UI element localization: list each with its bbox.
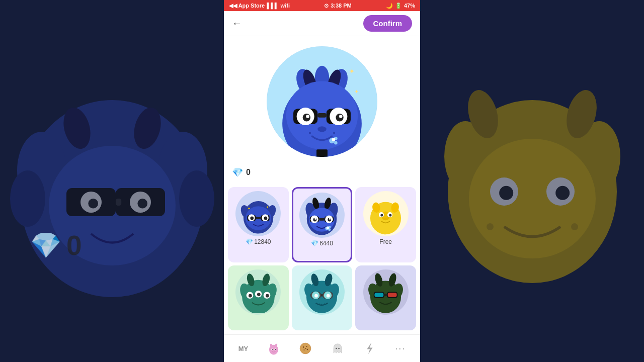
svg-point-39 (333, 132, 335, 134)
avatar-monster-5 (300, 270, 343, 313)
tab-ghost[interactable] (331, 342, 344, 355)
phone-container: ◀ ◀ App Store ▌▌▌ wifi ⊙ 3:38 PM 🌙 🔋 47%… (224, 0, 420, 362)
wifi-icon: wifi (281, 3, 290, 9)
svg-point-141 (306, 346, 307, 347)
avatar-item-2[interactable]: 💎 6440 (292, 187, 353, 262)
tab-my-label: MY (238, 345, 249, 352)
avatar-price-2: 💎 6440 (311, 240, 333, 247)
avatar-monster-2 (300, 194, 343, 237)
svg-point-13 (88, 199, 98, 209)
svg-point-103 (257, 293, 261, 296)
tab-cookie[interactable] (299, 342, 312, 355)
avatar-monster-6 (364, 270, 407, 313)
bg-zero: 0 (66, 229, 82, 261)
svg-point-145 (336, 348, 337, 349)
tab-lightning[interactable] (363, 342, 376, 355)
svg-marker-45 (319, 155, 325, 157)
nav-bar: ← Confirm (224, 11, 420, 36)
avatar-price-1: 💎 12840 (246, 238, 271, 245)
svg-point-91 (380, 214, 383, 216)
main-avatar-display: ✦ ✦ ✦ ✦ · (267, 46, 377, 157)
svg-text:✦: ✦ (354, 88, 359, 95)
svg-point-4 (179, 170, 214, 227)
avatar-item-4[interactable] (228, 265, 289, 331)
confirm-button[interactable]: Confirm (363, 15, 413, 32)
avatar-img-5 (299, 269, 345, 315)
tab-my[interactable]: MY (238, 345, 249, 352)
tab-more[interactable]: ··· (395, 343, 406, 354)
svg-point-42 (334, 141, 338, 145)
avatar-img-3 (363, 191, 409, 236)
svg-point-137 (272, 349, 273, 350)
avatar-item-1[interactable]: ✦ ✦ · (228, 187, 289, 262)
clock-symbol: ⊙ (324, 3, 329, 9)
bg-left-panel: 💎 0 (0, 0, 224, 362)
avatar-monster-3 (364, 193, 407, 235)
avatar-grid[interactable]: ✦ ✦ · (224, 183, 420, 334)
svg-point-146 (338, 348, 340, 349)
avatar-monster-1: ✦ ✦ · (237, 193, 280, 235)
svg-point-77 (315, 218, 316, 219)
status-left: ◀ ◀ App Store ▌▌▌ wifi (229, 3, 290, 9)
moon-icon: 🌙 (386, 3, 393, 9)
svg-point-37 (317, 126, 327, 132)
svg-point-153 (469, 139, 596, 258)
diamond-icon: 💎 (232, 167, 243, 178)
tab-monster[interactable] (267, 342, 280, 355)
battery-percent: 47% (404, 3, 415, 9)
avatar-img-2 (299, 193, 345, 238)
status-right: 🌙 🔋 47% (386, 3, 415, 9)
avatar-item-5[interactable] (292, 265, 353, 331)
price-icon-1: 💎 (246, 238, 253, 245)
back-button[interactable]: ← (232, 18, 242, 29)
svg-rect-113 (321, 294, 323, 297)
svg-text:✦: ✦ (266, 205, 269, 208)
avatar-img-6 (363, 269, 409, 315)
svg-point-140 (303, 346, 304, 348)
svg-point-38 (309, 132, 311, 134)
svg-rect-30 (317, 113, 327, 118)
svg-point-104 (266, 294, 269, 298)
svg-point-157 (555, 186, 570, 200)
tab-cookie-icon (299, 342, 312, 355)
bg-right-panel (420, 0, 644, 362)
tab-lightning-icon (363, 342, 376, 355)
bg-gem-display: 💎 0 (30, 229, 82, 261)
svg-point-35 (306, 115, 309, 118)
time-display: 3:38 PM (331, 3, 352, 9)
avatar-item-6[interactable] (355, 265, 416, 331)
currency-row: 💎 0 (224, 162, 420, 183)
svg-rect-131 (388, 293, 397, 297)
app-store-label: ◀ App Store (233, 3, 265, 9)
svg-point-43 (332, 138, 336, 141)
svg-point-92 (389, 214, 391, 216)
svg-rect-56 (256, 217, 261, 219)
bg-monster-left (7, 55, 218, 307)
price-value-2: 6440 (319, 240, 333, 247)
svg-point-144 (305, 348, 306, 349)
svg-point-142 (307, 349, 308, 350)
avatar-item-3[interactable]: Free (355, 187, 416, 262)
svg-rect-72 (319, 218, 325, 220)
svg-rect-130 (375, 293, 384, 297)
svg-point-116 (315, 294, 318, 298)
price-value-1: 12840 (254, 238, 271, 245)
main-avatar-section: ✦ ✦ ✦ ✦ · (224, 36, 420, 162)
bg-monster-right (427, 55, 638, 307)
avatar-monster-4 (237, 270, 280, 313)
tab-more-dots: ··· (395, 343, 406, 354)
svg-point-158 (487, 223, 494, 230)
svg-point-3 (10, 170, 45, 227)
svg-rect-10 (116, 199, 121, 206)
svg-point-36 (339, 115, 343, 118)
svg-point-159 (571, 223, 578, 230)
tab-monster-icon (267, 342, 280, 355)
currency-count: 0 (246, 168, 251, 177)
svg-point-14 (137, 199, 147, 209)
bg-gem-icon: 💎 (30, 231, 61, 260)
svg-marker-147 (367, 343, 372, 354)
signal-icon: ▌▌▌ (267, 3, 278, 9)
svg-point-82 (327, 226, 329, 229)
avatar-price-3: Free (379, 238, 392, 245)
back-arrow-status: ◀ (229, 3, 233, 9)
